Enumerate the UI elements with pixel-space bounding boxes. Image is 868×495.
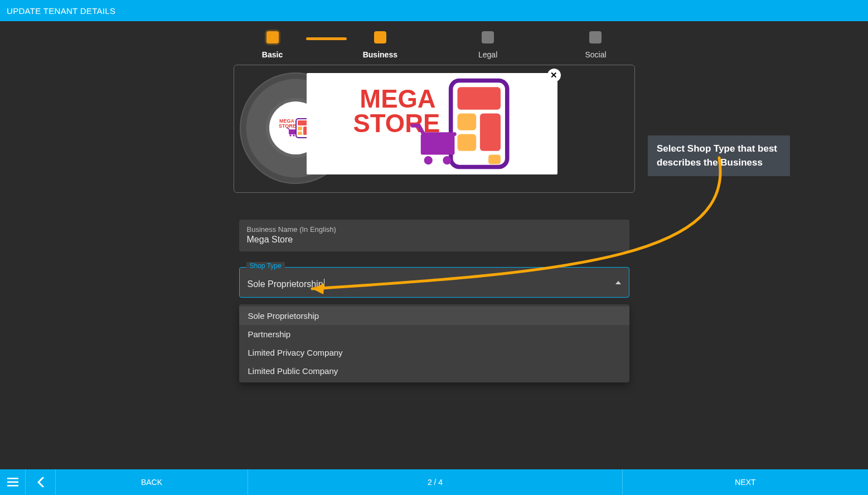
svg-rect-17 — [488, 155, 501, 164]
step-business[interactable]: Business — [347, 31, 414, 59]
field-value: Sole Proprietorship — [248, 279, 621, 289]
step-label: Legal — [478, 50, 497, 59]
page-title: UPDATE TENANT DETAILS — [7, 6, 115, 16]
title-bar: UPDATE TENANT DETAILS — [0, 0, 868, 21]
svg-text:MEGA: MEGA — [279, 118, 295, 124]
progress-text: 2 / 4 — [428, 478, 443, 487]
step-social[interactable]: Social — [562, 31, 629, 59]
content-area: Basic Business Legal Social MEGA STORE — [0, 21, 868, 469]
shop-type-select[interactable]: Shop Type Sole Proprietorship — [239, 267, 629, 298]
svg-rect-24 — [7, 485, 18, 487]
brand-banner[interactable]: MEGA STORE — [307, 73, 557, 174]
svg-rect-15 — [479, 113, 500, 151]
dropdown-option[interactable]: Limited Public Company — [239, 362, 629, 380]
step-separator — [414, 37, 454, 40]
back-icon-button[interactable] — [26, 469, 56, 495]
text-cursor-icon — [324, 279, 324, 289]
dropdown-option[interactable]: Sole Proprietorship — [239, 307, 629, 325]
dropdown-option[interactable]: Limited Privacy Company — [239, 343, 629, 362]
svg-rect-4 — [298, 127, 302, 130]
field-label: Business Name (In English) — [247, 225, 622, 234]
svg-point-19 — [424, 156, 432, 164]
step-basic[interactable]: Basic — [239, 31, 306, 59]
dropdown-option[interactable]: Partnership — [239, 325, 629, 343]
step-progress: 2 / 4 — [248, 469, 623, 495]
tooltip-text: Select Shop Type that best describes the… — [657, 143, 777, 168]
menu-button[interactable] — [0, 469, 26, 495]
caret-up-icon — [615, 281, 621, 284]
svg-rect-13 — [457, 87, 500, 109]
field-label: Shop Type — [246, 262, 285, 270]
svg-rect-16 — [457, 134, 476, 151]
svg-rect-18 — [420, 134, 454, 155]
form: Business Name (In English) Mega Store Sh… — [239, 220, 629, 382]
selected-value: Sole Proprietorship — [248, 279, 323, 289]
chevron-left-icon — [37, 477, 44, 487]
close-banner-button[interactable]: ✕ — [547, 69, 561, 82]
step-separator — [306, 37, 347, 40]
brand-card: MEGA STORE MEGA — [234, 65, 635, 193]
step-label: Business — [363, 50, 397, 59]
help-tooltip: Select Shop Type that best describes the… — [648, 135, 790, 176]
svg-rect-23 — [7, 482, 18, 483]
step-indicator — [589, 31, 602, 43]
close-icon: ✕ — [550, 70, 557, 80]
step-indicator — [266, 31, 279, 43]
svg-point-8 — [289, 134, 292, 137]
step-label: Basic — [262, 50, 283, 59]
back-button[interactable]: BACK — [56, 469, 248, 495]
svg-rect-7 — [289, 130, 295, 134]
store-banner-icon: MEGA STORE — [310, 76, 554, 171]
shop-type-dropdown: Sole Proprietorship Partnership Limited … — [239, 304, 629, 382]
step-indicator — [374, 31, 386, 43]
step-indicator — [482, 31, 494, 43]
stepper: Basic Business Legal Social — [239, 31, 629, 59]
business-name-field[interactable]: Business Name (In English) Mega Store — [239, 220, 629, 251]
field-value: Mega Store — [247, 235, 622, 245]
next-button[interactable]: NEXT — [623, 469, 868, 495]
svg-rect-6 — [298, 132, 302, 135]
svg-rect-22 — [7, 478, 18, 479]
svg-point-9 — [293, 134, 295, 137]
hamburger-icon — [7, 478, 18, 487]
step-separator — [521, 37, 562, 40]
step-label: Social — [585, 50, 606, 59]
step-legal[interactable]: Legal — [454, 31, 521, 59]
svg-rect-14 — [457, 113, 476, 130]
svg-point-20 — [443, 156, 451, 164]
bottom-bar: BACK 2 / 4 NEXT — [0, 469, 868, 495]
